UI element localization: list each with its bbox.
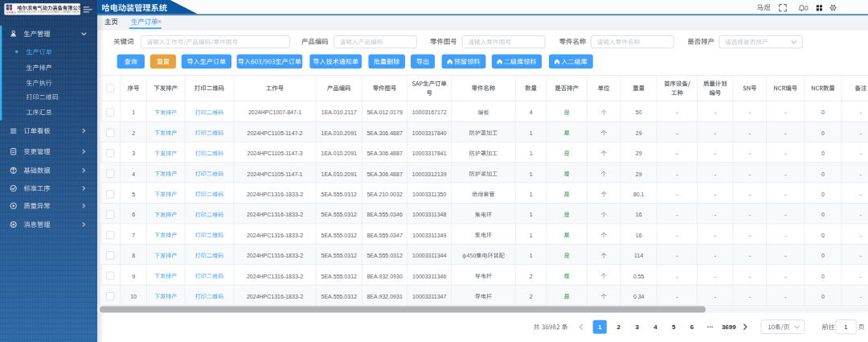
svg-text:1: 1 — [530, 150, 533, 156]
svg-text:8EA.555.0347: 8EA.555.0347 — [366, 233, 402, 238]
svg-text:80.1: 80.1 — [633, 192, 645, 197]
svg-text:8EA.932.0931: 8EA.932.0931 — [366, 294, 402, 299]
svg-text:0: 0 — [821, 253, 825, 258]
svg-text:0.34: 0.34 — [633, 294, 645, 299]
svg-text:5: 5 — [672, 323, 676, 331]
svg-text:1: 1 — [530, 192, 533, 197]
svg-text:3: 3 — [132, 150, 135, 156]
svg-text:6: 6 — [690, 323, 694, 331]
svg-text:1EA.010.2091: 1EA.010.2091 — [321, 150, 357, 156]
svg-text:1: 1 — [132, 109, 135, 115]
svg-text:0: 0 — [821, 150, 825, 156]
svg-text:10003311347: 10003311347 — [412, 294, 446, 299]
svg-text:5: 5 — [132, 192, 135, 197]
svg-text:8: 8 — [132, 253, 135, 258]
svg-text:3: 3 — [635, 323, 639, 331]
svg-text:2024HPC1316-1833-2: 2024HPC1316-1833-2 — [247, 274, 303, 279]
svg-text:5EA.555.0312: 5EA.555.0312 — [321, 233, 357, 238]
svg-text:0: 0 — [821, 212, 825, 217]
svg-text:10003317840: 10003317840 — [412, 130, 447, 136]
svg-text:10003167172: 10003167172 — [412, 109, 447, 115]
svg-text:2024HPC1316-1833-2: 2024HPC1316-1833-2 — [247, 294, 303, 299]
svg-text:5EA.210.0032: 5EA.210.0032 — [366, 192, 402, 197]
svg-text:5EA.306.4887: 5EA.306.4887 — [366, 171, 402, 177]
svg-text:1: 1 — [844, 323, 848, 331]
svg-text:0: 0 — [821, 274, 825, 279]
svg-text:10003311344: 10003311344 — [412, 253, 446, 258]
svg-text:2: 2 — [132, 130, 135, 136]
svg-text:2024HPC1316-1833-2: 2024HPC1316-1833-2 — [247, 212, 303, 217]
svg-text:5EA.012.0179: 5EA.012.0179 — [366, 109, 402, 115]
svg-text:1: 1 — [598, 323, 602, 331]
svg-text:7: 7 — [132, 233, 135, 238]
svg-text:10003317841: 10003317841 — [412, 150, 447, 156]
svg-text:0: 0 — [821, 130, 825, 136]
svg-text:4: 4 — [530, 109, 533, 115]
svg-text:10003311348: 10003311348 — [412, 212, 446, 217]
svg-text:5EA.555.0312: 5EA.555.0312 — [366, 253, 402, 258]
svg-text:5EA.555.0312: 5EA.555.0312 — [321, 253, 357, 258]
svg-text:8EA.555.0346: 8EA.555.0346 — [366, 212, 402, 217]
svg-text:1EA.010.2091: 1EA.010.2091 — [321, 171, 357, 177]
svg-text:1: 1 — [530, 130, 533, 136]
svg-text:0: 0 — [821, 109, 825, 115]
svg-text:0: 0 — [821, 192, 825, 197]
svg-text:2024HPC1316-1833-2: 2024HPC1316-1833-2 — [247, 253, 303, 258]
svg-text:1EA.010.2091: 1EA.010.2091 — [321, 130, 357, 136]
svg-text:0: 0 — [805, 5, 809, 12]
svg-text:1EA.010.2117: 1EA.010.2117 — [321, 109, 357, 115]
svg-text:2024HPC1105-1147-2: 2024HPC1105-1147-2 — [247, 130, 302, 136]
svg-text:1: 1 — [530, 253, 533, 258]
svg-text:10003311346: 10003311346 — [412, 274, 446, 279]
svg-text:5EA.306.4887: 5EA.306.4887 — [366, 130, 402, 136]
svg-text:0.55: 0.55 — [633, 274, 645, 279]
svg-text:10: 10 — [130, 294, 137, 299]
svg-text:4: 4 — [132, 171, 135, 177]
svg-text:6: 6 — [132, 212, 135, 217]
svg-text:5EA.555.0312: 5EA.555.0312 — [321, 212, 357, 217]
svg-text:4: 4 — [653, 323, 657, 331]
svg-text:114: 114 — [634, 253, 643, 258]
svg-text:HARBIN ELECTRIC POWER EQUIPMEN: HARBIN ELECTRIC POWER EQUIPMENT COMPANY … — [18, 10, 81, 14]
svg-text:2024HPC1316-1833-2: 2024HPC1316-1833-2 — [247, 233, 303, 238]
svg-text:10003311349: 10003311349 — [412, 233, 446, 238]
svg-text:0: 0 — [821, 171, 825, 177]
svg-text:5EA.555.0312: 5EA.555.0312 — [321, 192, 357, 197]
svg-text:16: 16 — [636, 212, 642, 217]
svg-text:5EA.555.0312: 5EA.555.0312 — [321, 294, 357, 299]
svg-text:10003312139: 10003312139 — [412, 171, 447, 177]
svg-text:29: 29 — [636, 130, 642, 136]
svg-text:2: 2 — [617, 323, 621, 331]
svg-text:2024HPC1105-1147-3: 2024HPC1105-1147-3 — [247, 150, 302, 156]
svg-text:2: 2 — [530, 274, 533, 279]
svg-text:2: 2 — [530, 294, 533, 299]
svg-text:2024HPC1105-1147-1: 2024HPC1105-1147-1 — [247, 171, 302, 177]
svg-text:29: 29 — [636, 150, 642, 156]
svg-text:0: 0 — [821, 233, 825, 238]
svg-text:10003311350: 10003311350 — [412, 192, 446, 197]
svg-text:1: 1 — [530, 212, 533, 217]
svg-text:3699: 3699 — [722, 323, 736, 331]
svg-text:2024HPC1007-847-1: 2024HPC1007-847-1 — [248, 109, 301, 115]
svg-text:1: 1 — [530, 171, 533, 177]
svg-text:29: 29 — [636, 171, 642, 177]
svg-text:5EA.306.4887: 5EA.306.4887 — [366, 150, 402, 156]
svg-text:1: 1 — [530, 233, 533, 238]
svg-text:16: 16 — [636, 233, 642, 238]
svg-text:50: 50 — [636, 109, 642, 115]
svg-text:5EA.555.0312: 5EA.555.0312 — [321, 274, 357, 279]
svg-text:8EA.932.0930: 8EA.932.0930 — [366, 274, 402, 279]
svg-text:0: 0 — [821, 294, 825, 299]
svg-text:9: 9 — [132, 274, 135, 279]
svg-text:2024HPC1316-1833-2: 2024HPC1316-1833-2 — [247, 192, 303, 197]
